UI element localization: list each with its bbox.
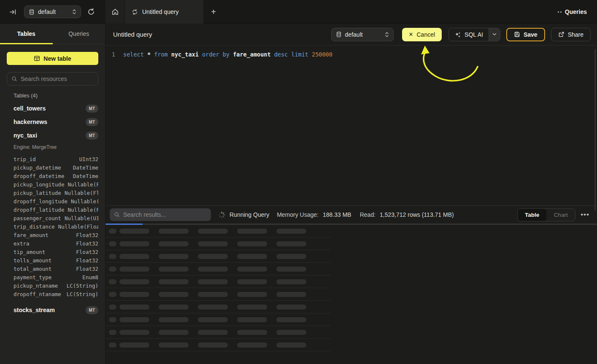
column-type: Nullable(Flo — [65, 190, 98, 196]
new-tab-button[interactable]: + — [203, 0, 224, 24]
skeleton-cell — [109, 241, 116, 246]
memory-usage-value: 188.33 MB — [323, 211, 351, 218]
column-row[interactable]: dropoff_datetimeDateTime — [14, 172, 98, 180]
database-selector[interactable]: default — [24, 5, 81, 18]
skeleton-cell — [198, 317, 228, 322]
sidebar-tab-queries[interactable]: Queries — [53, 24, 105, 44]
skeleton-cell — [237, 279, 267, 284]
column-type: Float32 — [76, 266, 98, 272]
save-button[interactable]: Save — [506, 28, 545, 41]
sql-ai-dropdown-button[interactable] — [489, 28, 500, 41]
column-row[interactable]: pickup_latitudeNullable(Flo — [14, 189, 98, 197]
search-resources-input[interactable] — [21, 75, 94, 82]
skeleton-row — [105, 237, 330, 250]
sidebar-tabs: TablesQueries — [0, 24, 105, 44]
column-row[interactable]: pickup_datetimeDateTime — [14, 163, 98, 172]
column-type: Float32 — [76, 240, 98, 247]
search-results-input[interactable] — [123, 211, 207, 218]
database-icon — [336, 31, 342, 38]
column-row[interactable]: dropoff_ntanameLC(String) — [14, 290, 98, 298]
share-button[interactable]: Share — [551, 28, 591, 41]
skeleton-cell — [237, 330, 267, 335]
database-icon — [29, 9, 35, 15]
editor-scrollbar[interactable] — [594, 49, 596, 211]
share-icon — [558, 31, 565, 38]
refresh-icon[interactable] — [86, 7, 96, 16]
new-table-button[interactable]: New table — [7, 52, 98, 65]
table-row-nyc_taxi[interactable]: nyc_taxiMT — [7, 129, 98, 142]
read-value: 1,523,712 rows (113.71 MB) — [380, 211, 454, 218]
query-header: Untitled query default — [105, 24, 597, 46]
view-toggle-table[interactable]: Table — [518, 209, 546, 221]
view-toggle-chart[interactable]: Chart — [546, 209, 575, 221]
results-toolbar: Running Query Memory Usage: 188.33 MB Re… — [105, 205, 597, 224]
column-row[interactable]: dropoff_longitudeNullable(F — [14, 197, 98, 205]
column-type: Nullable(Fl — [68, 207, 98, 213]
column-row[interactable]: trip_distanceNullable(Float — [14, 222, 98, 231]
skeleton-row — [105, 326, 330, 339]
engine-badge: MT — [86, 118, 98, 126]
search-icon — [114, 212, 120, 218]
skeleton-cell — [159, 267, 189, 272]
column-row[interactable]: passenger_countNullable(UIn — [14, 214, 98, 222]
column-type: Float32 — [76, 257, 98, 264]
skeleton-cell — [119, 317, 149, 322]
cancel-button[interactable]: ✕ Cancel — [402, 28, 442, 41]
tab-untitled-query[interactable]: Untitled query — [125, 0, 203, 24]
table-row-stocks_stream[interactable]: stocks_streamMT — [7, 303, 98, 317]
skeleton-cell — [237, 292, 267, 297]
search-results-field[interactable] — [110, 208, 211, 221]
table-columns: trip_idUInt32pickup_datetimeDateTimedrop… — [7, 151, 98, 299]
sidebar: TablesQueries New table Tables (4) cell_… — [0, 24, 105, 364]
column-row[interactable]: pickup_ntanameLC(String) — [14, 281, 98, 290]
column-type: LC(String) — [67, 283, 98, 289]
skeleton-cell — [109, 229, 116, 234]
skeleton-cell — [109, 317, 116, 322]
column-type: DateTime — [73, 173, 98, 179]
skeleton-cell — [237, 229, 267, 234]
skeleton-cell — [159, 229, 189, 234]
column-row[interactable]: trip_idUInt32 — [14, 155, 98, 163]
skeleton-row — [105, 263, 330, 275]
code-line: 1 select * from nyc_taxi order by fare_a… — [105, 46, 597, 58]
home-tab[interactable] — [105, 0, 125, 24]
sql-token: 250000 — [312, 51, 332, 58]
query-database-selector[interactable]: default — [331, 28, 394, 41]
sql-token: fare_amount — [233, 51, 274, 58]
search-resources-field[interactable] — [7, 72, 98, 86]
tables-list: cell_towersMThackernewsMTnyc_taxiMTEngin… — [7, 102, 98, 317]
skeleton-row — [105, 301, 330, 313]
column-name: dropoff_latitude — [14, 207, 64, 213]
column-row[interactable]: extraFloat32 — [14, 239, 98, 248]
skeleton-cell — [198, 305, 228, 310]
sql-ai-button[interactable]: SQL AI — [449, 28, 489, 41]
column-row[interactable]: pickup_longitudeNullable(Fl — [14, 180, 98, 189]
loading-spinner-icon — [218, 211, 225, 218]
table-row-cell_towers[interactable]: cell_towersMT — [7, 102, 98, 115]
collapse-sidebar-icon[interactable] — [8, 7, 18, 17]
queries-link[interactable]: Queries — [558, 0, 587, 24]
column-row[interactable]: dropoff_latitudeNullable(Fl — [14, 205, 98, 214]
cancel-label: Cancel — [417, 31, 435, 38]
table-name: nyc_taxi — [14, 132, 37, 139]
column-type: Float32 — [76, 232, 98, 238]
column-row[interactable]: fare_amountFloat32 — [14, 231, 98, 239]
column-name: passenger_count — [14, 215, 61, 221]
column-name: pickup_ntaname — [14, 283, 58, 289]
engine-badge: MT — [86, 132, 98, 140]
column-row[interactable]: payment_typeEnum8 — [14, 273, 98, 281]
column-row[interactable]: tip_amountFloat32 — [14, 248, 98, 256]
query-title: Untitled query — [113, 31, 152, 38]
line-number: 1 — [105, 51, 115, 58]
skeleton-cell — [276, 317, 306, 322]
sql-statement: select * from nyc_taxi order by fare_amo… — [123, 51, 332, 58]
column-row[interactable]: total_amountFloat32 — [14, 264, 98, 273]
query-database-value: default — [345, 31, 363, 38]
column-row[interactable]: tolls_amountFloat32 — [14, 256, 98, 264]
sidebar-tab-tables[interactable]: Tables — [0, 24, 53, 44]
skeleton-cell — [198, 292, 228, 297]
column-type: Nullable(F — [71, 198, 98, 205]
sql-editor[interactable]: 1 select * from nyc_taxi order by fare_a… — [105, 46, 597, 205]
table-row-hackernews[interactable]: hackernewsMT — [7, 115, 98, 129]
skeleton-cell — [237, 317, 267, 322]
